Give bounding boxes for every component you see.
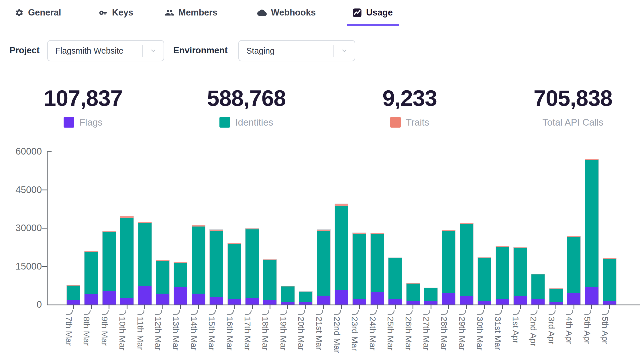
bar-segment-flags[interactable]	[549, 302, 563, 305]
bar-segment-identities[interactable]	[442, 231, 455, 293]
chart-bar[interactable]	[567, 236, 580, 305]
bar-segment-flags[interactable]	[442, 293, 455, 305]
chart-bar[interactable]	[138, 222, 152, 305]
bar-segment-flags[interactable]	[192, 294, 205, 305]
chart-bar[interactable]	[246, 229, 259, 305]
bar-segment-flags[interactable]	[335, 290, 348, 305]
bar-segment-flags[interactable]	[460, 296, 473, 305]
chart-bar[interactable]	[603, 258, 616, 305]
bar-segment-identities[interactable]	[263, 260, 276, 300]
bar-segment-flags[interactable]	[103, 291, 116, 305]
bar-segment-identities[interactable]	[210, 231, 223, 297]
chart-bar[interactable]	[156, 260, 169, 305]
chart-bar[interactable]	[424, 288, 437, 305]
chart-bar[interactable]	[353, 233, 366, 305]
chart-bar[interactable]	[531, 274, 545, 305]
bar-segment-identities[interactable]	[478, 258, 491, 301]
chart-bar[interactable]	[388, 258, 402, 305]
bar-segment-identities[interactable]	[496, 247, 509, 299]
chart-bar[interactable]	[496, 246, 509, 305]
chart-bar[interactable]	[585, 159, 598, 305]
bar-segment-flags[interactable]	[603, 301, 616, 305]
bar-segment-identities[interactable]	[246, 229, 259, 298]
chart-bar[interactable]	[299, 292, 312, 305]
bar-segment-flags[interactable]	[120, 298, 133, 305]
chart-bar[interactable]	[174, 262, 187, 305]
tab-webhooks[interactable]: Webhooks	[257, 5, 316, 20]
chart-bar[interactable]	[514, 247, 527, 305]
bar-segment-flags[interactable]	[478, 301, 491, 305]
chart-bar[interactable]	[549, 288, 563, 305]
bar-segment-flags[interactable]	[407, 301, 420, 305]
bar-segment-flags[interactable]	[424, 301, 437, 305]
environment-select[interactable]: Staging	[238, 40, 355, 61]
bar-segment-identities[interactable]	[371, 234, 384, 292]
chart-bar[interactable]	[103, 231, 116, 305]
bar-segment-identities[interactable]	[388, 258, 402, 299]
chart-bar[interactable]	[281, 286, 294, 305]
tab-members[interactable]: Members	[165, 5, 217, 20]
chart-bar[interactable]	[192, 225, 205, 305]
chart-bar[interactable]	[120, 216, 133, 305]
bar-segment-flags[interactable]	[585, 287, 598, 305]
bar-segment-flags[interactable]	[210, 297, 223, 305]
bar-segment-flags[interactable]	[317, 296, 330, 305]
bar-segment-flags[interactable]	[496, 299, 509, 305]
bar-segment-flags[interactable]	[67, 300, 80, 305]
tab-keys[interactable]: Keys	[99, 5, 133, 20]
bar-segment-flags[interactable]	[567, 293, 580, 305]
bar-segment-identities[interactable]	[156, 261, 169, 294]
chart-bar[interactable]	[460, 223, 473, 305]
chart-bar[interactable]	[263, 260, 276, 305]
chart-bar[interactable]	[67, 285, 80, 305]
bar-segment-identities[interactable]	[603, 259, 616, 302]
bar-segment-flags[interactable]	[228, 299, 241, 305]
bar-segment-flags[interactable]	[371, 292, 384, 305]
bar-segment-identities[interactable]	[67, 286, 80, 300]
bar-segment-identities[interactable]	[299, 292, 312, 302]
bar-segment-flags[interactable]	[174, 287, 187, 305]
chart-bar[interactable]	[478, 257, 491, 305]
chart-bar[interactable]	[85, 251, 98, 305]
bar-segment-flags[interactable]	[514, 296, 527, 305]
project-select[interactable]: Flagsmith Website	[47, 40, 164, 61]
bar-segment-identities[interactable]	[585, 160, 598, 287]
bar-segment-identities[interactable]	[424, 288, 437, 301]
chart-bar[interactable]	[317, 230, 330, 305]
bar-segment-identities[interactable]	[85, 252, 98, 294]
bar-segment-identities[interactable]	[567, 237, 580, 293]
bar-segment-flags[interactable]	[85, 294, 98, 304]
bar-segment-flags[interactable]	[281, 302, 294, 305]
bar-segment-identities[interactable]	[120, 218, 133, 298]
bar-segment-identities[interactable]	[138, 223, 152, 286]
chart-bar[interactable]	[228, 243, 241, 305]
bar-segment-flags[interactable]	[353, 299, 366, 305]
bar-segment-identities[interactable]	[281, 286, 294, 302]
bar-segment-identities[interactable]	[353, 234, 366, 299]
bar-segment-flags[interactable]	[388, 299, 402, 305]
bar-segment-flags[interactable]	[138, 286, 152, 305]
bar-segment-identities[interactable]	[317, 231, 330, 296]
bar-segment-identities[interactable]	[192, 227, 205, 294]
bar-segment-identities[interactable]	[514, 248, 527, 296]
bar-segment-identities[interactable]	[460, 224, 473, 296]
bar-segment-identities[interactable]	[549, 289, 563, 302]
bar-segment-flags[interactable]	[531, 299, 545, 305]
chart-bar[interactable]	[371, 233, 384, 305]
bar-segment-identities[interactable]	[335, 206, 348, 290]
bar-segment-identities[interactable]	[174, 263, 187, 287]
bar-segment-flags[interactable]	[263, 300, 276, 305]
chart-bar[interactable]	[442, 230, 455, 305]
tab-general[interactable]: General	[15, 5, 61, 20]
chart-bar[interactable]	[210, 230, 223, 305]
bar-segment-identities[interactable]	[531, 274, 545, 299]
chart-bar[interactable]	[407, 283, 420, 305]
bar-segment-flags[interactable]	[156, 294, 169, 305]
tab-usage[interactable]: Usage	[352, 5, 393, 20]
bar-segment-identities[interactable]	[407, 284, 420, 301]
bar-segment-flags[interactable]	[246, 298, 259, 305]
bar-segment-flags[interactable]	[299, 302, 312, 305]
bar-segment-identities[interactable]	[228, 244, 241, 299]
chart-bar[interactable]	[335, 204, 348, 305]
bar-segment-identities[interactable]	[103, 232, 116, 291]
